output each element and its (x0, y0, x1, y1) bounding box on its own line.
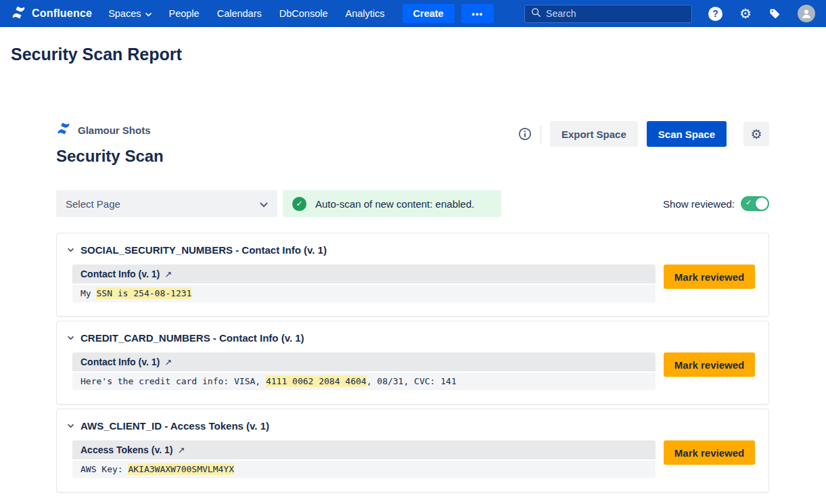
mark-reviewed-button[interactable]: Mark reviewed (664, 352, 755, 377)
collapse-chevron-icon[interactable] (68, 336, 74, 340)
nav-icon-group: ? ⚙ (708, 5, 815, 22)
vertical-divider (541, 125, 541, 143)
finding-card: SOCIAL_SECURITY_NUMBERS - Contact Info (… (56, 233, 769, 317)
panel-header: Glamour Shots Security Scan Export Space… (56, 121, 769, 166)
more-actions-button[interactable]: ••• (461, 4, 494, 23)
space-breadcrumb[interactable]: Glamour Shots (56, 121, 164, 139)
external-link-icon: ↗ (177, 446, 185, 455)
finding-title: CREDIT_CARD_NUMBERS - Contact Info (v. 1… (81, 332, 304, 344)
tag-icon[interactable] (768, 7, 781, 20)
mark-reviewed-button[interactable]: Mark reviewed (664, 440, 755, 465)
collapse-chevron-icon[interactable] (68, 424, 74, 428)
space-name: Glamour Shots (78, 124, 151, 136)
chevron-down-icon (145, 8, 152, 19)
settings-gear-icon[interactable]: ⚙ (739, 7, 752, 20)
panel-header-left: Glamour Shots Security Scan (56, 121, 164, 166)
search-box[interactable] (524, 5, 692, 23)
scan-space-button[interactable]: Scan Space (647, 121, 727, 147)
nav-item-calendars[interactable]: Calendars (217, 8, 262, 19)
source-page-label: Contact Info (v. 1) (81, 357, 160, 367)
show-reviewed-label: Show reviewed: (663, 198, 735, 210)
nav-links: Spaces People Calendars DbConsole Analyt… (108, 8, 384, 19)
toggle-knob (756, 198, 768, 210)
external-link-icon: ↗ (164, 270, 172, 279)
finding-snippet-text: Here's the credit card info: VISA, 4111 … (72, 373, 656, 390)
finding-body: Access Tokens (v. 1) ↗ AWS Key: AKIA3WAX… (68, 440, 755, 478)
section-heading: Security Scan (56, 147, 164, 166)
chevron-down-icon (260, 198, 268, 210)
source-page-link[interactable]: Contact Info (v. 1) ↗ (72, 265, 656, 283)
confluence-home-link[interactable]: Confluence (11, 5, 92, 23)
external-link-icon: ↗ (164, 358, 172, 367)
show-reviewed-group: Show reviewed: ✓ (663, 196, 769, 211)
nav-item-analytics[interactable]: Analytics (346, 8, 385, 19)
findings-list: SOCIAL_SECURITY_NUMBERS - Contact Info (… (56, 233, 769, 492)
show-reviewed-toggle[interactable]: ✓ (741, 196, 769, 211)
space-icon (56, 121, 71, 139)
panel-header-actions: Export Space Scan Space ⚙ (518, 121, 769, 147)
user-avatar[interactable] (798, 5, 815, 22)
check-circle-icon: ✓ (292, 197, 306, 211)
nav-item-dbconsole[interactable]: DbConsole (279, 8, 328, 19)
snippet: Access Tokens (v. 1) ↗ AWS Key: AKIA3WAX… (72, 440, 656, 478)
autoscan-status-text: Auto-scan of new content: enabled. (315, 198, 474, 210)
select-page-dropdown[interactable]: Select Page (56, 190, 277, 217)
finding-snippet-text: My SSN is 254-08-1231 (72, 285, 656, 302)
collapse-chevron-icon[interactable] (68, 248, 74, 252)
help-icon[interactable]: ? (708, 7, 722, 21)
controls-row: Select Page ✓ Auto-scan of new content: … (56, 190, 769, 217)
top-navbar: Confluence Spaces People Calendars DbCon… (0, 0, 826, 27)
finding-body: Contact Info (v. 1) ↗ My SSN is 254-08-1… (68, 265, 755, 302)
finding-snippet-text: AWS Key: AKIA3WAXW700SMVLM4YX (72, 461, 656, 478)
sensitive-match-highlight: 4111 0062 2084 4604 (266, 375, 367, 387)
export-space-button[interactable]: Export Space (550, 121, 638, 147)
snippet: Contact Info (v. 1) ↗ My SSN is 254-08-1… (72, 265, 656, 302)
source-page-link[interactable]: Contact Info (v. 1) ↗ (72, 352, 656, 371)
nav-item-label: Spaces (108, 8, 141, 19)
sensitive-match-highlight: AKIA3WAXW700SMVLM4YX (128, 463, 234, 475)
finding-title-row: CREDIT_CARD_NUMBERS - Contact Info (v. 1… (68, 329, 755, 352)
create-button[interactable]: Create (403, 4, 455, 23)
brand-name: Confluence (32, 7, 92, 20)
page-title: Security Scan Report (11, 45, 826, 64)
search-icon (531, 7, 541, 20)
finding-body: Contact Info (v. 1) ↗ Here's the credit … (68, 352, 755, 390)
sensitive-match-highlight: SSN is 254-08-1231 (96, 288, 191, 299)
nav-item-spaces[interactable]: Spaces (108, 8, 151, 19)
info-icon[interactable] (518, 127, 532, 141)
search-input[interactable] (546, 8, 685, 19)
finding-title: SOCIAL_SECURITY_NUMBERS - Contact Info (… (81, 244, 327, 256)
source-page-label: Contact Info (v. 1) (81, 269, 160, 279)
security-scan-panel: Glamour Shots Security Scan Export Space… (56, 121, 769, 492)
toggle-check-icon: ✓ (745, 199, 752, 206)
source-page-link[interactable]: Access Tokens (v. 1) ↗ (72, 440, 656, 459)
nav-item-people[interactable]: People (169, 8, 200, 19)
snippet: Contact Info (v. 1) ↗ Here's the credit … (72, 352, 656, 390)
source-page-label: Access Tokens (v. 1) (81, 444, 173, 455)
confluence-logo-icon (11, 5, 26, 23)
finding-card: CREDIT_CARD_NUMBERS - Contact Info (v. 1… (56, 321, 769, 405)
select-page-value: Select Page (66, 198, 120, 210)
scan-settings-gear-button[interactable]: ⚙ (743, 122, 769, 146)
finding-title: AWS_CLIENT_ID - Access Tokens (v. 1) (81, 420, 269, 432)
finding-title-row: AWS_CLIENT_ID - Access Tokens (v. 1) (68, 417, 755, 440)
finding-card: AWS_CLIENT_ID - Access Tokens (v. 1) Acc… (56, 409, 769, 492)
finding-title-row: SOCIAL_SECURITY_NUMBERS - Contact Info (… (68, 242, 755, 265)
mark-reviewed-button[interactable]: Mark reviewed (664, 265, 755, 289)
autoscan-status-banner: ✓ Auto-scan of new content: enabled. (283, 190, 501, 217)
